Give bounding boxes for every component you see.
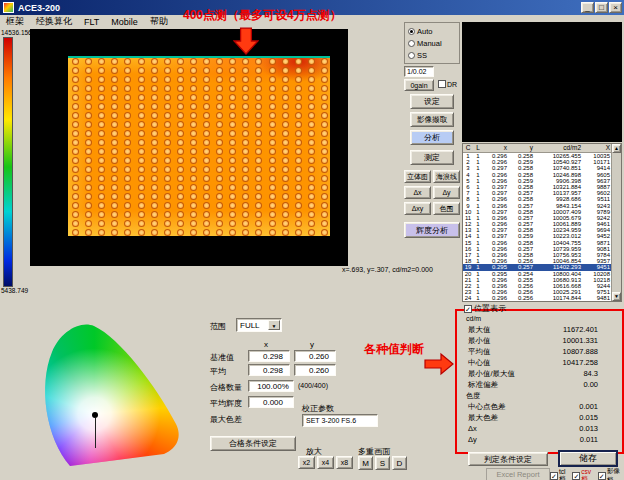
measure-point <box>282 103 289 110</box>
range-select[interactable]: FULL ▼ <box>236 318 282 332</box>
measure-point <box>203 175 210 182</box>
reference-x-field[interactable]: 0.298 <box>248 350 290 362</box>
checkbox-icon <box>438 80 446 88</box>
measure-point <box>85 85 92 92</box>
measure-point <box>124 76 131 83</box>
table-row[interactable]: 2410.2960.25610174.8449481 <box>463 295 612 301</box>
measure-point <box>255 67 262 74</box>
multi-s-button[interactable]: S <box>375 456 390 470</box>
output-checkbox-csv档[interactable]: ✓csv档 <box>572 468 595 480</box>
measure-point <box>98 175 105 182</box>
measure-point <box>151 76 158 83</box>
analyze-button[interactable]: 分析 <box>410 130 454 145</box>
menu-item[interactable]: 经换算化 <box>30 15 78 28</box>
measure-point <box>229 175 236 182</box>
stat-label: 平均值 <box>468 346 563 357</box>
radio-icon <box>408 52 415 59</box>
zoom-x4-button[interactable]: x4 <box>317 456 334 469</box>
scroll-down-icon[interactable]: ▼ <box>612 292 621 301</box>
delta-xy-button[interactable]: Δxy <box>404 202 431 215</box>
window-controls: _ □ × <box>581 2 622 13</box>
radio-label: SS <box>417 51 427 60</box>
output-checkbox-tcl档[interactable]: ✓tcl档 <box>550 468 570 480</box>
measure-point <box>203 193 210 200</box>
measure-point <box>98 211 105 218</box>
zoom-x8-button[interactable]: x8 <box>336 456 353 469</box>
measure-point <box>85 211 92 218</box>
measure-point <box>111 193 118 200</box>
measure-point <box>255 139 262 146</box>
settings-button[interactable]: 设定 <box>410 94 454 109</box>
menu-item[interactable]: 框架 <box>0 15 30 28</box>
measure-point <box>85 175 92 182</box>
measure-point <box>255 94 262 101</box>
measure-point <box>85 76 92 83</box>
mode-option-ss[interactable]: SS <box>408 49 459 61</box>
judgement-settings-button[interactable]: 判定条件设定 <box>468 452 548 466</box>
measurement-table[interactable]: CLxycd/m2X 110.2960.25810265.45510035210… <box>462 143 622 302</box>
measure-point <box>190 229 197 236</box>
measure-point <box>255 58 262 65</box>
table-scrollbar[interactable]: ▲ ▼ <box>611 144 621 301</box>
menu-item[interactable]: Mobile <box>105 17 144 27</box>
solid-view-button[interactable]: 立体图 <box>404 170 431 183</box>
multi-d-button[interactable]: D <box>392 456 407 470</box>
camera-preview <box>462 22 622 142</box>
measure-point <box>242 121 249 128</box>
measure-point <box>282 121 289 128</box>
stat-row: 最大值11672.401 <box>462 324 620 335</box>
measure-point <box>321 94 328 101</box>
close-button[interactable]: × <box>609 2 622 13</box>
measure-point <box>203 76 210 83</box>
pass-condition-settings-button[interactable]: 合格条件设定 <box>210 436 296 451</box>
reference-y-field[interactable]: 0.260 <box>294 350 336 362</box>
excel-report-button[interactable]: Excel Report <box>486 468 550 480</box>
chevron-down-icon[interactable]: ▼ <box>268 320 280 330</box>
table-body: 110.2960.25810265.45510035210.2960.25910… <box>463 153 612 301</box>
measure-point <box>229 94 236 101</box>
measure-point <box>124 175 131 182</box>
measure-point <box>242 94 249 101</box>
delta-x-button[interactable]: Δx <box>404 186 431 199</box>
gamut-button[interactable]: 色围 <box>433 202 460 215</box>
measure-point <box>216 94 223 101</box>
output-checkbox-影像档[interactable]: ✓影像档 <box>598 467 624 480</box>
measure-point <box>255 85 262 92</box>
measure-point <box>295 202 302 209</box>
measure-point <box>229 130 236 137</box>
measure-point <box>177 76 184 83</box>
luminance-analysis-button[interactable]: 辉度分析 <box>404 222 460 238</box>
measure-point <box>242 193 249 200</box>
calibration-set-field[interactable]: SET 3-200 FS.6 <box>302 414 378 427</box>
save-button[interactable]: 储存 <box>558 450 618 467</box>
contour-view-button[interactable]: 海浪线 <box>433 170 460 183</box>
measure-point <box>85 157 92 164</box>
minimize-button[interactable]: _ <box>581 2 594 13</box>
delta-y-button[interactable]: Δy <box>433 186 460 199</box>
measure-point <box>177 184 184 191</box>
dr-checkbox[interactable]: DR <box>438 80 457 88</box>
measure-point <box>124 112 131 119</box>
measure-point <box>98 121 105 128</box>
measure-point <box>203 184 210 191</box>
mode-option-auto[interactable]: Auto <box>408 25 459 37</box>
measure-point <box>72 58 79 65</box>
capture-button[interactable]: 影像撷取 <box>410 112 454 127</box>
measure-point <box>164 139 171 146</box>
multi-m-button[interactable]: M <box>358 456 373 470</box>
measure-point <box>164 211 171 218</box>
zoom-x2-button[interactable]: x2 <box>298 456 315 469</box>
measure-point <box>72 76 79 83</box>
exposure-field[interactable]: 1/0.02 <box>404 66 434 77</box>
maximize-button[interactable]: □ <box>595 2 608 13</box>
zero-gain-button[interactable]: 0gain <box>404 79 434 91</box>
measure-point <box>269 157 276 164</box>
measure-point <box>242 67 249 74</box>
menu-item[interactable]: FLT <box>78 17 105 27</box>
menu-item[interactable]: 帮助 <box>144 15 174 28</box>
mode-option-manual[interactable]: Manual <box>408 37 459 49</box>
scroll-up-icon[interactable]: ▲ <box>612 144 621 153</box>
measure-button[interactable]: 测定 <box>410 150 454 165</box>
measurement-view[interactable] <box>30 29 348 266</box>
measure-point <box>124 193 131 200</box>
